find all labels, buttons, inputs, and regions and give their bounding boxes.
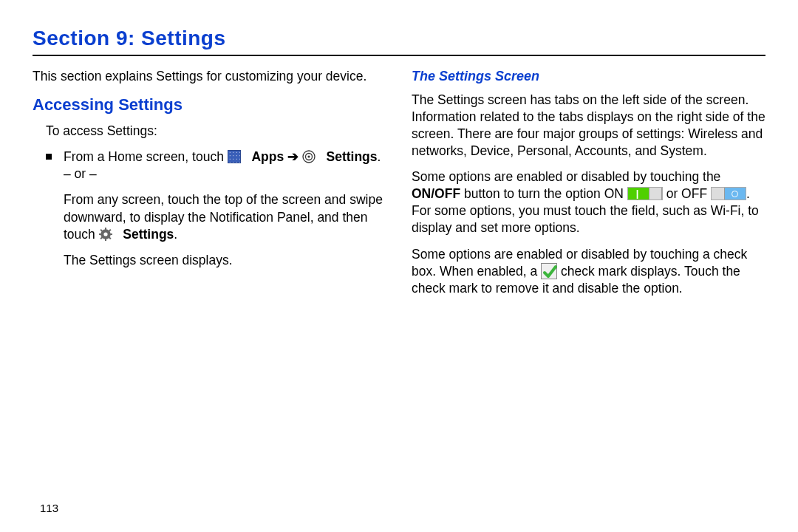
settings-gear-icon — [99, 228, 112, 241]
svg-rect-5 — [105, 239, 106, 241]
onoff-label: ON/OFF — [412, 186, 460, 201]
settings-screen-p3: Some options are enabled or disabled by … — [412, 246, 765, 297]
step-home-screen: From a Home screen, touch Apps ➔ Settin — [64, 149, 386, 183]
svg-rect-6 — [99, 233, 101, 235]
svg-point-12 — [103, 232, 107, 236]
lead-text: To access Settings: — [33, 123, 386, 140]
step1-pre: From a Home screen, touch — [64, 149, 228, 164]
intro-text: This section explains Settings for custo… — [33, 68, 386, 85]
toggle-off-icon — [711, 187, 746, 200]
svg-point-2 — [307, 156, 310, 158]
svg-rect-4 — [105, 228, 106, 230]
checkbox-checked-icon — [541, 263, 557, 279]
left-column: This section explains Settings for custo… — [33, 68, 386, 306]
svg-rect-7 — [110, 233, 112, 235]
bullet-item: From a Home screen, touch Apps ➔ Settin — [33, 149, 386, 278]
result-text: The Settings screen displays. — [64, 252, 386, 269]
apps-grid-icon — [228, 150, 241, 163]
step-any-screen: From any screen, touch the top of the sc… — [64, 191, 386, 242]
apps-label: Apps — [251, 149, 284, 164]
divider — [33, 55, 765, 56]
section-title: Section 9: Settings — [33, 27, 765, 50]
bullet-body: From a Home screen, touch Apps ➔ Settin — [64, 149, 386, 278]
settings-screen-p1: The Settings screen has tabs on the left… — [412, 92, 765, 160]
or-line: – or – — [64, 166, 97, 181]
square-bullet-icon — [46, 154, 52, 160]
settings-screen-p2: Some options are enabled or disabled by … — [412, 168, 765, 236]
p2a: Some options are enabled or disabled by … — [412, 169, 720, 184]
content-columns: This section explains Settings for custo… — [33, 68, 765, 306]
settings-label: Settings — [327, 149, 378, 164]
arrow-icon: ➔ — [287, 149, 302, 164]
toggle-on-icon — [627, 187, 663, 200]
settings-screen-heading: The Settings Screen — [412, 68, 765, 86]
p2b: button to turn the option ON — [460, 186, 627, 201]
settings-label-2: Settings — [123, 227, 174, 242]
p2c: or OFF — [663, 186, 711, 201]
page-number: 113 — [40, 502, 58, 514]
settings-circle-icon — [302, 150, 316, 163]
accessing-settings-heading: Accessing Settings — [33, 94, 386, 115]
period: . — [378, 149, 381, 164]
right-column: The Settings Screen The Settings screen … — [412, 68, 765, 306]
step2b: . — [174, 227, 177, 242]
